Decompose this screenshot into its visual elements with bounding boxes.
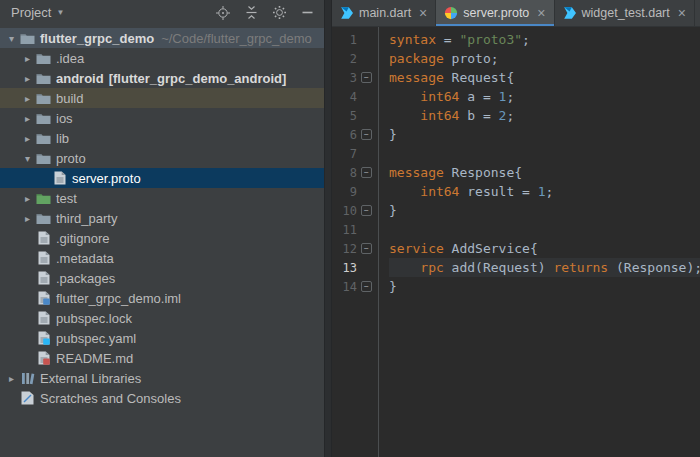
- line-number: 11: [332, 223, 357, 237]
- line-number: 2: [332, 52, 357, 66]
- chevron-right-icon[interactable]: ▸: [20, 53, 35, 64]
- collapse-all-icon[interactable]: [243, 5, 259, 21]
- tree-item-metadata[interactable]: .metadata: [0, 248, 324, 268]
- editor-area: main.dart×server.proto×widget_test.dart×…: [332, 0, 700, 457]
- tree-item-external-libraries[interactable]: ▸External Libraries: [0, 368, 324, 388]
- panel-title: Project: [11, 5, 51, 20]
- fold-marker-icon[interactable]: −: [357, 167, 376, 178]
- tree-item-label: lib: [56, 131, 69, 146]
- tree-item-label: .packages: [56, 271, 115, 286]
- editor-gutter[interactable]: 123−456−78−910−1112−1314−: [332, 27, 379, 457]
- tree-item-android[interactable]: ▸android[flutter_grpc_demo_android]: [0, 68, 324, 88]
- fold-marker-icon[interactable]: −: [357, 205, 376, 216]
- settings-icon[interactable]: [271, 5, 287, 21]
- chevron-right-icon[interactable]: ▸: [4, 373, 19, 384]
- tree-item-label: server.proto: [72, 171, 141, 186]
- file-icon: [35, 311, 52, 325]
- code-line-1[interactable]: syntax = "proto3";: [389, 30, 700, 49]
- tree-item-label: pubspec.yaml: [56, 331, 136, 346]
- tab-label: widget_test.dart: [582, 6, 670, 20]
- code-line-9[interactable]: int64 result = 1;: [389, 182, 700, 201]
- line-number: 3: [332, 71, 357, 85]
- line-number: 5: [332, 109, 357, 123]
- file-icon: [35, 271, 52, 285]
- tree-item-idea[interactable]: ▸.idea: [0, 48, 324, 68]
- tree-item-hint: [flutter_grpc_demo_android]: [109, 71, 287, 86]
- project-tree: ▾flutter_grpc_demo~/Code/flutter_grpc_de…: [0, 25, 324, 457]
- file-yaml-icon: [35, 331, 52, 345]
- close-tab-icon[interactable]: ×: [678, 6, 686, 20]
- tree-item-proto[interactable]: ▾proto: [0, 148, 324, 168]
- code-line-5[interactable]: int64 b = 2;: [389, 106, 700, 125]
- tree-item-server-proto[interactable]: server.proto: [0, 168, 324, 188]
- code-line-4[interactable]: int64 a = 1;: [389, 87, 700, 106]
- line-number: 9: [332, 185, 357, 199]
- code-line-11[interactable]: [389, 220, 700, 239]
- folder-icon: [19, 32, 36, 45]
- tree-item-pubspec-lock[interactable]: pubspec.lock: [0, 308, 324, 328]
- tree-item-build[interactable]: ▸build: [0, 88, 324, 108]
- chevron-right-icon[interactable]: ▸: [20, 73, 35, 84]
- tab-server-proto[interactable]: server.proto×: [436, 0, 554, 26]
- tree-item-ios[interactable]: ▸ios: [0, 108, 324, 128]
- chevron-right-icon[interactable]: ▸: [20, 213, 35, 224]
- code-line-7[interactable]: [389, 144, 700, 163]
- line-number: 10: [332, 204, 357, 218]
- hide-panel-icon[interactable]: [299, 5, 315, 21]
- chevron-right-icon[interactable]: ▸: [20, 193, 35, 204]
- fold-marker-icon[interactable]: −: [357, 243, 376, 254]
- tree-item-lib[interactable]: ▸lib: [0, 128, 324, 148]
- code-line-6[interactable]: }: [389, 125, 700, 144]
- tree-item-pubspec-yaml[interactable]: pubspec.yaml: [0, 328, 324, 348]
- fold-marker-icon[interactable]: −: [357, 281, 376, 292]
- folder-icon: [35, 132, 52, 145]
- tab-main-dart[interactable]: main.dart×: [332, 0, 436, 26]
- code-content[interactable]: syntax = "proto3";package proto;message …: [379, 27, 700, 457]
- code-line-2[interactable]: package proto;: [389, 49, 700, 68]
- tree-item-label: Scratches and Consoles: [40, 391, 181, 406]
- tree-item-label: third_party: [56, 211, 117, 226]
- ide-window: { "colors": { "panel_bg": "#3c3f41", "ed…: [0, 0, 700, 457]
- code-line-13[interactable]: rpc add(Request) returns (Response);: [389, 258, 700, 277]
- folder-icon: [35, 112, 52, 125]
- project-view-selector[interactable]: Project ▼: [11, 5, 64, 20]
- tree-item-label: External Libraries: [40, 371, 141, 386]
- code-line-3[interactable]: message Request{: [389, 68, 700, 87]
- tree-item-test[interactable]: ▸test: [0, 188, 324, 208]
- dart-icon: [340, 6, 354, 20]
- code-line-8[interactable]: message Response{: [389, 163, 700, 182]
- project-panel-toolbar: [215, 5, 315, 21]
- tree-item-flutter-grpc-demo-iml[interactable]: flutter_grpc_demo.iml: [0, 288, 324, 308]
- close-tab-icon[interactable]: ×: [537, 6, 545, 20]
- code-line-10[interactable]: }: [389, 201, 700, 220]
- proto-icon: [444, 6, 458, 20]
- chevron-right-icon[interactable]: ▸: [20, 113, 35, 124]
- file-icon: [35, 251, 52, 265]
- tree-item-readme-md[interactable]: README.md: [0, 348, 324, 368]
- code-line-12[interactable]: service AddService{: [389, 239, 700, 258]
- tree-item-packages[interactable]: .packages: [0, 268, 324, 288]
- chevron-down-icon[interactable]: ▾: [4, 33, 19, 44]
- panel-splitter[interactable]: [324, 0, 332, 457]
- tree-item-third-party[interactable]: ▸third_party: [0, 208, 324, 228]
- tree-item-label: pubspec.lock: [56, 311, 132, 326]
- code-line-14[interactable]: }: [389, 277, 700, 296]
- file-md-icon: [35, 351, 52, 365]
- line-number: 8: [332, 166, 357, 180]
- tab-widget-test-dart[interactable]: widget_test.dart×: [555, 0, 695, 26]
- dart-icon: [563, 6, 577, 20]
- locate-file-icon[interactable]: [215, 5, 231, 21]
- line-number: 7: [332, 147, 357, 161]
- tab-label: main.dart: [359, 6, 411, 20]
- code-editor[interactable]: 123−456−78−910−1112−1314− syntax = "prot…: [332, 27, 700, 457]
- tree-item-scratches-and-consoles[interactable]: Scratches and Consoles: [0, 388, 324, 408]
- tree-item-gitignore[interactable]: .gitignore: [0, 228, 324, 248]
- fold-marker-icon[interactable]: −: [357, 129, 376, 140]
- tree-item-flutter-grpc-demo[interactable]: ▾flutter_grpc_demo~/Code/flutter_grpc_de…: [0, 28, 324, 48]
- chevron-right-icon[interactable]: ▸: [20, 133, 35, 144]
- fold-marker-icon[interactable]: −: [357, 72, 376, 83]
- chevron-right-icon[interactable]: ▸: [20, 93, 35, 104]
- chevron-down-icon[interactable]: ▾: [20, 153, 35, 164]
- folder-icon: [35, 212, 52, 225]
- close-tab-icon[interactable]: ×: [419, 6, 427, 20]
